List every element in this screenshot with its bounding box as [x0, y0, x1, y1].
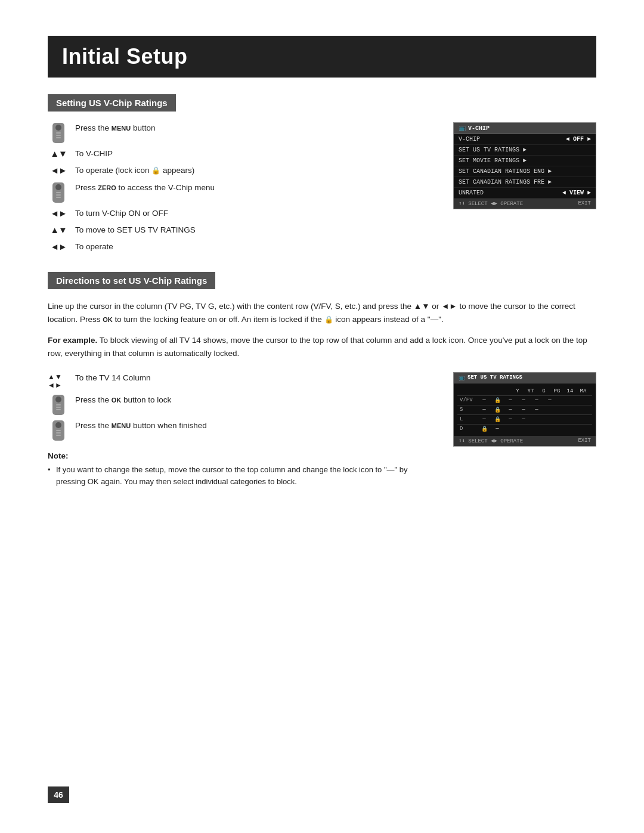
step6-text: To move to SET US TV RATINGS [75, 224, 435, 236]
step-row: Press the Menu button when finished [48, 420, 435, 441]
svg-rect-8 [56, 194, 61, 196]
step-row: Press the Ok button to lock [48, 394, 435, 415]
section2-steps-area: ▲▼ ◄► To the TV 14 Column [48, 372, 596, 491]
page-title: Initial Setup [62, 44, 582, 69]
step-menu-finished-text: Press the Menu button when finished [75, 420, 435, 432]
svg-rect-14 [56, 409, 61, 410]
svg-point-16 [55, 422, 61, 428]
tv-ratings-title: 📺 SET US TV RATINGS [454, 373, 596, 383]
step3-text: To operate (lock icon 🔒 appears) [75, 165, 435, 176]
remote-icon [48, 420, 69, 441]
step-row: Press Zero to access the V-Chip menu [48, 182, 435, 203]
step-tv14-text: To the TV 14 Column [75, 372, 435, 384]
svg-rect-12 [56, 404, 61, 405]
tv-icon: 📺 [459, 374, 465, 381]
svg-point-11 [55, 397, 61, 402]
step-row: ▲▼ To move to SET US TV RATINGS [48, 224, 435, 236]
note-section: Note: If you want to change the setup, m… [48, 451, 435, 489]
section2-steps: ▲▼ ◄► To the TV 14 Column [48, 372, 435, 491]
directions-body-text: Line up the cursor in the column (TV PG,… [48, 300, 596, 326]
section2-header: Directions to set US V-Chip Ratings [48, 272, 215, 289]
svg-rect-9 [56, 197, 61, 198]
step-row: ▲▼ To V-CHIP [48, 148, 435, 160]
section2: Directions to set US V-Chip Ratings Line… [48, 272, 596, 491]
arrow-both-icon: ▲▼ ◄► [48, 373, 69, 389]
arrow-updown-icon: ▲▼ [48, 148, 69, 159]
svg-rect-18 [56, 432, 61, 433]
arrow-leftright-icon: ◄► [48, 165, 69, 175]
ratings-row-s: S — 🔒 — — — [457, 405, 592, 414]
remote-icon [48, 123, 69, 143]
title-bar: Initial Setup [48, 36, 596, 78]
arrow-leftright-icon: ◄► [48, 241, 69, 252]
step7-text: To operate [75, 241, 435, 253]
ratings-row-vfv: V/FV — 🔒 — — — — [457, 395, 592, 405]
tv-menu-row: SET MOVIE RATINGS ► [454, 156, 596, 166]
svg-rect-19 [56, 435, 61, 436]
step1-text: Press the Menu button [75, 122, 435, 134]
tv-icon: 📺 [459, 125, 466, 132]
tv-ratings-menu-screenshot: 📺 SET US TV RATINGS Y Y7 G PG 14 MA [453, 372, 596, 491]
step-row: ◄► To operate (lock icon 🔒 appears) [48, 165, 435, 176]
ratings-row-d: D 🔒 — [457, 424, 592, 433]
tv-menu-row: SET US TV RATINGS ► [454, 145, 596, 156]
tv-menu-row: UNRATED ◄ VIEW ► [454, 188, 596, 199]
svg-rect-13 [56, 407, 61, 408]
step5-text: To turn V-Chip ON or OFF [75, 208, 435, 219]
note-item: If you want to change the setup, move th… [48, 464, 435, 489]
step-row: ◄► To operate [48, 241, 435, 253]
example-text: For example. To block viewing of all TV … [48, 334, 596, 360]
page-container: Initial Setup Setting US V-Chip Ratings [0, 0, 644, 833]
ratings-row-l: L — 🔒 — — [457, 414, 592, 424]
svg-rect-4 [56, 137, 61, 138]
tv-ratings-footer: ⬆⬇ SELECT ◄► OPERATE EXIT [454, 436, 596, 446]
arrow-updown-icon: ▲▼ [48, 225, 69, 235]
step-row: Press the Menu button [48, 122, 435, 143]
tv-menu-footer: ⬆⬇ SELECT ◄► OPERATE EXIT [454, 199, 596, 209]
svg-rect-3 [56, 135, 61, 136]
step4-text: Press Zero to access the V-Chip menu [75, 182, 435, 194]
tv-menu-row: V-CHIP ◄ OFF ► [454, 134, 596, 145]
tv-menu-row: SET CANADIAN RATINGS FRE ► [454, 177, 596, 188]
svg-point-1 [55, 125, 61, 131]
step-row: ▲▼ ◄► To the TV 14 Column [48, 372, 435, 389]
svg-rect-7 [56, 192, 61, 193]
section1-content: Press the Menu button ▲▼ To V-CHIP ◄► [48, 122, 596, 258]
step-ok-lock-text: Press the Ok button to lock [75, 394, 435, 406]
section1-steps: Press the Menu button ▲▼ To V-CHIP ◄► [48, 122, 435, 258]
tv-menu-title: 📺 V-CHIP [454, 123, 596, 134]
step2-text: To V-CHIP [75, 148, 435, 160]
tv-menu: 📺 V-CHIP V-CHIP ◄ OFF ► SET US TV RATING… [453, 122, 596, 209]
section1: Setting US V-Chip Ratings [48, 94, 596, 258]
ratings-header: Y Y7 G PG 14 MA [457, 387, 592, 395]
tv-menu-row: SET CANADIAN RATINGS ENG ► [454, 166, 596, 177]
note-label: Note: [48, 451, 435, 460]
tv-ratings-menu: 📺 SET US TV RATINGS Y Y7 G PG 14 MA [453, 372, 596, 447]
page-number: 46 [48, 786, 69, 803]
remote-icon [48, 395, 69, 415]
svg-point-6 [55, 184, 61, 190]
svg-rect-2 [56, 132, 61, 134]
remote-icon [48, 182, 69, 203]
svg-rect-17 [56, 430, 61, 431]
section1-header: Setting US V-Chip Ratings [48, 94, 176, 112]
vchip-menu-screenshot: 📺 V-CHIP V-CHIP ◄ OFF ► SET US TV RATING… [453, 122, 596, 258]
arrow-leftright-icon: ◄► [48, 208, 69, 218]
step-row: ◄► To turn V-Chip ON or OFF [48, 208, 435, 219]
